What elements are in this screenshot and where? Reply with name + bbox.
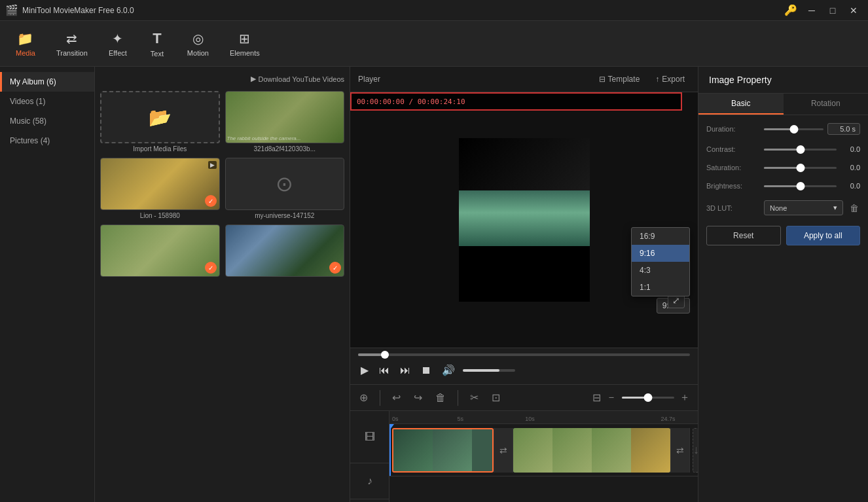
media-item-music[interactable]: ⊙ my-universe-147152 (225, 158, 345, 219)
contrast-label: Contrast: (706, 145, 759, 153)
split-icon: ⊟ (592, 391, 601, 404)
saturation-fill (764, 167, 801, 169)
toolbar-motion[interactable]: ◎ Motion (177, 24, 219, 63)
template-button[interactable]: ⊟ Template (594, 72, 645, 86)
clip-thumb-1b (433, 429, 472, 471)
media-item-mountain[interactable]: ✓ (225, 224, 345, 279)
duration-handle[interactable] (789, 125, 798, 134)
lut-delete-button[interactable]: 🗑 (848, 202, 860, 215)
video-track-icon: 🎞 (350, 411, 389, 463)
ruler-mark-10s: 10s (525, 416, 535, 422)
progress-handle[interactable] (381, 351, 389, 359)
music-thumb: ⊙ (225, 158, 345, 210)
right-content: Duration: 5.0 s Contrast: 0 (698, 115, 868, 502)
toolbar-effect[interactable]: ✦ Effect (98, 24, 137, 63)
brightness-slider[interactable] (764, 185, 837, 187)
sidebar-item-pictures[interactable]: Pictures (4) (0, 131, 94, 151)
prev-frame-button[interactable]: ⏮ (376, 362, 392, 379)
zoom-out-button[interactable]: － (604, 389, 619, 406)
contrast-fill (764, 149, 801, 151)
cut-button[interactable]: ✂ (466, 389, 482, 406)
trash-icon: 🗑 (850, 203, 859, 213)
zoom-slider[interactable] (622, 397, 674, 399)
toolbar-transition[interactable]: ⇄ Transition (46, 24, 98, 63)
stop-button[interactable]: ⏹ (418, 362, 434, 379)
apply-all-button[interactable]: Apply to all (786, 226, 861, 245)
download-youtube-button[interactable]: ▶ Download YouTube Videos (251, 75, 345, 83)
delete-button[interactable]: 🗑 (431, 389, 450, 406)
brightness-value: 0.0 (841, 182, 860, 190)
zoom-handle[interactable] (644, 393, 653, 402)
aspect-option-16-9[interactable]: 16:9 (632, 228, 689, 245)
sidebar-item-music[interactable]: Music (58) (0, 111, 94, 131)
saturation-slider[interactable] (764, 167, 837, 169)
lut-label: 3D LUT: (706, 204, 759, 212)
toolbar-elements-label: Elements (230, 49, 260, 57)
clip-empty-1[interactable]: ↓ (693, 428, 698, 473)
timeline-clip-1[interactable] (392, 428, 494, 473)
reset-button[interactable]: Reset (706, 226, 781, 245)
clip-thumb-2a (513, 428, 552, 473)
toolbar-text-label: Text (151, 50, 164, 58)
playhead[interactable] (389, 424, 391, 476)
media-item-lion[interactable]: ▶ ✓ Lion - 158980 (100, 158, 220, 219)
timeline-clip-2[interactable] (513, 428, 670, 473)
divider1 (380, 390, 380, 406)
sidebar-item-videos[interactable]: Videos (1) (0, 92, 94, 111)
aspect-option-9-16[interactable]: 9:16 (632, 245, 689, 262)
add-track-button[interactable]: ⊕ (355, 389, 372, 406)
undo-button[interactable]: ↩ (388, 389, 405, 406)
player-actions: ⊟ Template ↑ Export (594, 72, 690, 86)
media-item-rabbit2[interactable]: ✓ (100, 224, 220, 279)
duration-slider[interactable] (764, 128, 823, 130)
export-button[interactable]: ↑ Export (650, 72, 690, 86)
sidebar-item-my-album[interactable]: My Album (6) (0, 72, 94, 92)
import-media-item[interactable]: 📂 Import Media Files (100, 91, 220, 152)
progress-bar[interactable] (358, 353, 690, 356)
player-area: Player ⊟ Template ↑ Export (350, 67, 698, 384)
folder-icon: 📂 (149, 107, 172, 128)
duration-value: 5.0 s (827, 123, 860, 135)
media-nav: My Album (6) Videos (1) Music (58) Pictu… (0, 67, 95, 502)
volume-button[interactable]: 🔊 (439, 361, 458, 379)
rabbit1-thumb: The rabbit outside the camera... (225, 91, 345, 143)
brightness-handle[interactable] (796, 182, 805, 190)
lut-select[interactable]: None ▾ (764, 200, 843, 215)
crop-button[interactable]: ⊡ (488, 389, 504, 406)
timestamp-bar: 00:00:00:00 / 00:00:24:10 (350, 92, 682, 111)
volume-slider[interactable] (463, 369, 515, 372)
contrast-slider[interactable] (764, 149, 837, 151)
media-item-rabbit1[interactable]: The rabbit outside the camera... 321d8a2… (225, 91, 345, 152)
aspect-ratio-container: 9:16 ▾ 16:9 9:16 4:3 (657, 298, 690, 314)
lion-thumb: ▶ ✓ (100, 158, 220, 210)
redo-button[interactable]: ↪ (410, 389, 426, 406)
timeline-toolbar: ⊕ ↩ ↪ 🗑 ✂ ⊡ ⊟ － ＋ (350, 385, 698, 411)
zoom-in-button[interactable]: ＋ (677, 389, 693, 406)
tab-rotation[interactable]: Rotation (784, 94, 869, 115)
film-icon: 🎞 (365, 431, 375, 443)
transition-icon: ⇄ (66, 31, 77, 46)
saturation-handle[interactable] (796, 164, 805, 172)
contrast-handle[interactable] (796, 145, 805, 154)
toolbar-elements[interactable]: ⊞ Elements (219, 24, 270, 63)
clip-transition-1[interactable]: ⇄ (494, 428, 513, 473)
next-frame-button[interactable]: ⏭ (397, 362, 413, 379)
tab-basic[interactable]: Basic (698, 94, 784, 115)
restore-button[interactable]: □ (823, 3, 842, 18)
aspect-option-4-3[interactable]: 4:3 (632, 262, 689, 279)
contrast-slider-container: 0.0 (764, 145, 860, 153)
clip-transition-2[interactable]: ⇄ (670, 428, 690, 473)
clip-thumb-2d (631, 428, 670, 473)
key-icon[interactable]: 🔑 (784, 4, 797, 16)
divider2 (458, 390, 458, 406)
player-controls: ▶ ⏮ ⏭ ⏹ 🔊 (350, 348, 698, 384)
play-button[interactable]: ▶ (358, 361, 371, 379)
toolbar-text[interactable]: T Text (137, 24, 177, 63)
toolbar-media[interactable]: 📁 Media (5, 24, 46, 63)
aspect-option-1-1[interactable]: 1:1 (632, 279, 689, 296)
close-button[interactable]: ✕ (844, 3, 863, 18)
rabbit1-label: 321d8a2f4120303b... (225, 145, 345, 152)
toolbar-motion-label: Motion (187, 49, 209, 57)
minimize-button[interactable]: ─ (803, 3, 821, 18)
media-grid: 📂 Import Media Files The rabbit outside … (100, 91, 344, 279)
